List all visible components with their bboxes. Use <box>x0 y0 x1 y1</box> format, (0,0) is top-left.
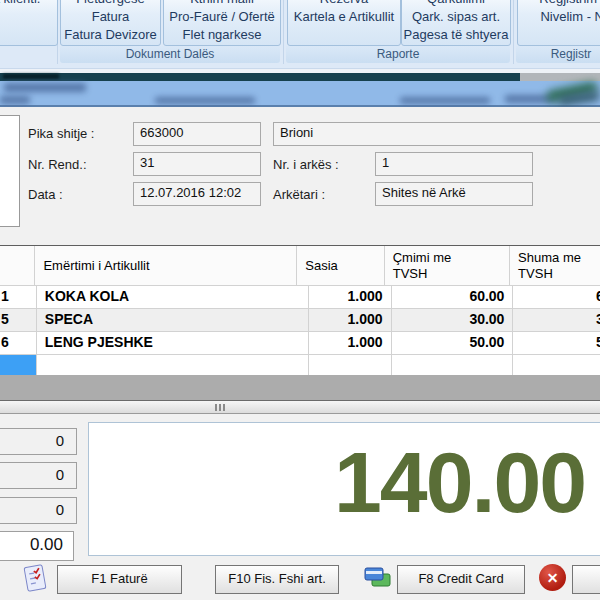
redacted-company-name <box>4 83 86 92</box>
ribbon-group-regjistrime: Regjistr <box>516 46 600 63</box>
redacted-header-text <box>0 96 30 104</box>
credit-card-icon[interactable] <box>362 565 392 595</box>
cell-name: SPECA <box>37 309 309 332</box>
ribbon-button-label: Pagesa të shtyera <box>402 26 510 44</box>
ribbon-button-regjistrim[interactable]: Regjistrim Ko Nivelim - Ndr <box>517 0 600 46</box>
cell-price: 50.00 <box>392 332 514 355</box>
pika-shitje-name-field[interactable]: Brioni <box>273 122 600 146</box>
data-field[interactable]: 12.07.2016 12:02 <box>133 182 261 206</box>
total-field-1[interactable]: 0 <box>0 428 77 455</box>
ribbon-button-label: Kartela e Artikullit <box>288 8 400 26</box>
cell-num: 1 <box>0 286 37 309</box>
ribbon-button-klienti[interactable]: ga klienti. <box>0 0 58 46</box>
grid-empty-area <box>0 375 600 400</box>
grand-total-value: 140.00 <box>334 439 585 525</box>
splitter-grip-icon <box>215 404 225 411</box>
ribbon-group-label: Regjistr <box>551 47 592 61</box>
cell-name: LENG PJESHKE <box>37 332 309 355</box>
cell-name: KOKA KOLA <box>37 286 309 309</box>
nr-rend-field[interactable]: 31 <box>133 152 261 176</box>
col-header-qty[interactable]: Sasia <box>297 246 384 286</box>
nr-rend-label: Nr. Rend.: <box>28 157 87 172</box>
col-header-total[interactable]: Shuma me TVSH <box>510 246 600 286</box>
cell-qty: 1.000 <box>309 286 391 309</box>
f1-fature-button[interactable]: F1 Faturë <box>57 565 182 594</box>
articles-grid: Emërtimi i Artikullit Sasia Çmimi me TVS… <box>0 246 600 378</box>
invoice-checklist-icon[interactable] <box>20 563 50 597</box>
cell-total: 60.00 <box>513 286 600 309</box>
ribbon-button-label: Rezerva <box>288 0 400 8</box>
ribbon-button-kartela[interactable]: Rezerva Kartela e Artikullit <box>287 0 401 46</box>
cell-total: 30.00 <box>513 309 600 332</box>
ribbon-button-label: Regjistrim Ko <box>518 0 600 8</box>
total-field-2[interactable]: 0 <box>0 462 77 489</box>
data-label: Data : <box>28 187 63 202</box>
ribbon-button-label: Pro-Faurë / Ofertë <box>164 8 280 26</box>
company-header-band <box>0 81 600 107</box>
col-header-name[interactable]: Emërtimi i Artikullit <box>35 246 297 286</box>
pika-shitje-field[interactable]: 663000 <box>133 122 261 146</box>
cell-qty: 1.000 <box>309 309 391 332</box>
ribbon-separator <box>283 0 284 64</box>
grid-row[interactable]: 1 KOKA KOLA 1.000 60.00 60.00 <box>0 286 600 309</box>
f10-fshi-art-button[interactable]: F10 Fis. Fshi art. <box>215 565 339 594</box>
cell-price: 60.00 <box>392 286 514 309</box>
col-header-num[interactable] <box>0 246 35 286</box>
ribbon-button-label: Fatura Devizore <box>61 26 160 44</box>
ribbon-button-label: Qark. sipas art. <box>402 8 510 26</box>
invoice-header-form: Pika shitje : 663000 Brioni Nr. Rend.: 3… <box>0 107 600 245</box>
cell-num: 6 <box>0 332 37 355</box>
total-field-3[interactable]: 0 <box>0 497 77 524</box>
f8-credit-card-button[interactable]: F8 Credit Card <box>397 565 525 594</box>
cell-qty: 1.000 <box>309 332 391 355</box>
ribbon-button-label: Flet ngarkese <box>164 26 280 44</box>
splitter-handle[interactable] <box>0 401 600 414</box>
footer-partial-button[interactable] <box>572 565 600 594</box>
ribbon-button-label: ga klienti. <box>0 0 57 8</box>
ribbon-button-label: Nivelim - Ndr <box>518 8 600 26</box>
arketari-field[interactable]: Shites në Arkë <box>375 182 533 206</box>
col-header-price[interactable]: Çmimi me TVSH <box>385 246 510 286</box>
nr-arkes-field[interactable]: 1 <box>375 152 533 176</box>
ribbon-button-label: Fletdërgesë <box>61 0 160 8</box>
redacted-header-text <box>155 97 255 104</box>
ribbon-toolbar: ga klienti. Fletdërgesë Fatura Fatura De… <box>0 0 600 69</box>
ribbon-button-profature[interactable]: Kthim malli Pro-Faurë / Ofertë Flet ngar… <box>163 0 281 46</box>
ribbon-button-label: Kthim malli <box>164 0 280 8</box>
title-bar-right <box>520 73 600 81</box>
pika-shitje-label: Pika shitje : <box>28 126 94 141</box>
redacted-header-text <box>400 97 490 104</box>
close-icon[interactable]: ✕ <box>539 564 566 591</box>
ribbon-button-qarkullimi[interactable]: Qarkullimi Qark. sipas art. Pagesa të sh… <box>401 0 511 46</box>
title-bar <box>0 73 520 81</box>
pos-window: ga klienti. Fletdërgesë Fatura Fatura De… <box>0 0 600 600</box>
ribbon-button-fatura[interactable]: Fletdërgesë Fatura Fatura Devizore <box>60 0 161 46</box>
ribbon-separator <box>513 0 514 64</box>
grid-row[interactable]: 5 SPECA 1.000 30.00 30.00 <box>0 309 600 332</box>
grid-header-row: Emërtimi i Artikullit Sasia Çmimi me TVS… <box>0 246 600 286</box>
side-list[interactable] <box>0 115 20 227</box>
payment-amount-field[interactable]: 0.00 <box>0 531 74 561</box>
cell-price: 30.00 <box>392 309 514 332</box>
ribbon-button-label: Fatura <box>61 8 160 26</box>
cell-num: 5 <box>0 309 37 332</box>
nr-arkes-label: Nr. i arkës : <box>273 157 339 172</box>
ribbon-group-dokument-dales: Dokument Dalës <box>60 46 280 63</box>
ribbon-button-label: Qarkullimi <box>402 0 510 8</box>
grid-row[interactable]: 6 LENG PJESHKE 1.000 50.00 50.00 <box>0 332 600 355</box>
grand-total-display: 140.00 <box>88 422 600 556</box>
cell-total: 50.00 <box>513 332 600 355</box>
ribbon-group-raporte: Raporte <box>286 46 510 63</box>
ribbon-group-label: Raporte <box>377 47 420 61</box>
ribbon-group-label: Dokument Dalës <box>126 47 215 61</box>
redacted-title-text <box>3 74 59 79</box>
arketari-label: Arkëtari : <box>273 187 325 202</box>
